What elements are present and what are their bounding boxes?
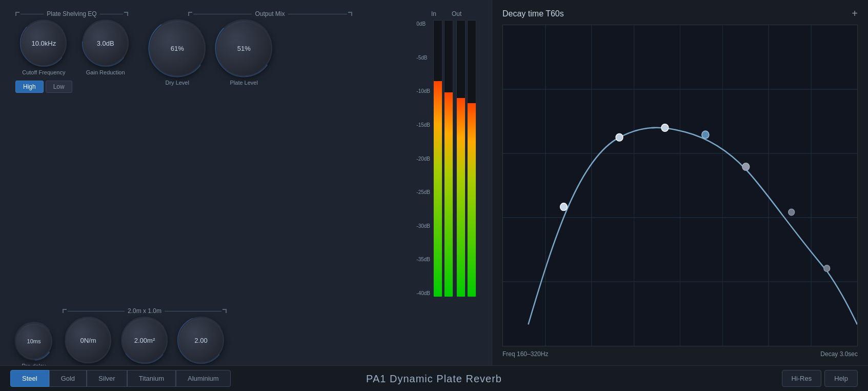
plate-params-knobs: 0N/m Plate Tension <box>65 317 224 365</box>
vu-labels: In Out <box>431 10 461 17</box>
tension-knob-bg: 0N/m <box>65 317 111 363</box>
shelving-knobs: 10.0kHz Cutoff Frequency High Low <box>15 20 129 93</box>
high-low-buttons: High Low <box>15 81 72 93</box>
predelay-value: 10ms <box>16 338 51 344</box>
gain-label: Gain Reduction <box>86 69 125 75</box>
vu-scale-35db: -35dB <box>416 257 430 262</box>
high-button[interactable]: High <box>15 81 44 93</box>
plate-level-knob-bg: 51% <box>216 20 272 76</box>
decay-graph[interactable] <box>502 25 858 346</box>
tension-knob[interactable]: 0N/m <box>65 317 111 363</box>
vu-in-fill-2 <box>445 92 453 297</box>
plate-level-container: 51% Plate Level <box>216 20 272 86</box>
predelay-container: 10ms Pre-delay <box>15 323 52 365</box>
decay-node-2[interactable] <box>661 124 669 132</box>
dry-knob-container: 61% Dry Level <box>149 20 206 86</box>
output-mix-knobs: 61% Dry Level 51% <box>149 20 272 86</box>
decay-footer: Freq 160–320Hz Decay 3.0sec <box>502 350 858 358</box>
shelving-header: Plate Shelving EQ <box>15 10 128 17</box>
gain-value: 3.0dB <box>84 40 128 47</box>
cutoff-value: 10.0kHz <box>22 40 66 47</box>
vu-out-bars <box>456 20 476 297</box>
vu-out-bar-2 <box>467 20 476 297</box>
plate-level-knob[interactable]: 51% <box>216 20 272 76</box>
gain-knob-bg: 3.0dB <box>83 20 129 66</box>
shelving-eq-section: Plate Shelving EQ <box>15 10 129 93</box>
plate-dims-section: 2.0m x 1.0m 0N/m <box>63 307 227 365</box>
cutoff-knob-bg: 10.0kHz <box>21 20 67 66</box>
decay-header: Decay time T60s + <box>502 8 858 19</box>
decay-value-label: Decay 3.0sec <box>820 350 858 358</box>
aspect-container: 2.00 Aspect Ratio <box>178 317 224 365</box>
gain-knob-container: 3.0dB Gain Reduction <box>83 20 129 75</box>
low-button[interactable]: Low <box>46 81 72 93</box>
vu-in-fill-1 <box>434 81 442 297</box>
aspect-value: 2.00 <box>179 337 223 344</box>
preset-aluminium-btn[interactable]: Aluminium <box>176 370 231 387</box>
predelay-knob-bg: 10ms <box>15 323 52 360</box>
vu-out-label: Out <box>452 10 461 17</box>
right-panel: Decay time T60s + <box>492 0 868 365</box>
dry-knob-bg: 61% <box>149 20 206 76</box>
aspect-knob-bg: 2.00 <box>178 317 224 363</box>
decay-node-4[interactable] <box>789 209 795 216</box>
dry-knob[interactable]: 61% <box>149 20 206 76</box>
shelving-eq-label: Plate Shelving EQ <box>44 10 99 17</box>
decay-node-left[interactable] <box>560 203 568 211</box>
gain-knob[interactable]: 3.0dB <box>83 20 129 66</box>
decay-curve-svg <box>503 25 857 346</box>
preset-steel-btn[interactable]: Steel <box>10 370 49 387</box>
plate-dims-label: 2.0m x 1.0m <box>125 307 165 315</box>
area-value: 2.00m² <box>123 337 167 344</box>
preset-gold-btn[interactable]: Gold <box>49 370 87 387</box>
vu-scale-10db: -10dB <box>416 88 430 94</box>
output-mix-header: Output Mix <box>188 10 352 17</box>
vu-out-bar-1 <box>456 20 466 297</box>
tension-value: 0N/m <box>66 337 110 344</box>
preset-buttons: Steel Gold Silver Titanium Aluminium <box>10 370 231 387</box>
dry-value: 61% <box>150 45 205 52</box>
vu-scale-0db: 0dB <box>416 21 430 27</box>
decay-node-active[interactable] <box>702 131 709 139</box>
decay-node-3[interactable] <box>742 163 750 171</box>
vu-scale-30db: -30dB <box>416 223 430 229</box>
decay-plus-icon[interactable]: + <box>852 8 858 19</box>
freq-label: Freq 160–320Hz <box>502 350 548 358</box>
app-title: PA1 Dynamic Plate Reverb <box>366 373 502 385</box>
decay-node-1[interactable] <box>616 133 623 141</box>
preset-titanium-btn[interactable]: Titanium <box>127 370 176 387</box>
output-mix-section: Output Mix <box>149 10 391 86</box>
area-container: 2.00m² Plate Area <box>122 317 168 365</box>
bottom-row: 10ms Pre-delay 2.0m x 1.0m <box>15 307 476 365</box>
dry-label: Dry Level <box>165 80 189 86</box>
predelay-knob[interactable]: 10ms <box>15 323 52 360</box>
plate-level-label: Plate Level <box>230 80 257 86</box>
vu-scale-25db: -25dB <box>416 189 430 195</box>
area-knob[interactable]: 2.00m² <box>122 317 168 363</box>
cutoff-knob[interactable]: 10.0kHz <box>21 20 67 66</box>
vu-in-bar-2 <box>444 20 453 297</box>
area-knob-bg: 2.00m² <box>122 317 168 363</box>
decay-title: Decay time T60s <box>502 9 564 18</box>
left-panel: Plate Shelving EQ <box>0 0 492 365</box>
tension-container: 0N/m Plate Tension <box>65 317 111 365</box>
vu-in-bar-1 <box>433 20 442 297</box>
preset-silver-btn[interactable]: Silver <box>87 370 127 387</box>
decay-node-5[interactable] <box>824 265 830 272</box>
cutoff-knob-container: 10.0kHz Cutoff Frequency High Low <box>15 20 72 93</box>
vu-display: 0dB -5dB -10dB -15dB -20dB -25dB -30dB -… <box>416 20 476 297</box>
utility-buttons: Hi-Res Help <box>782 370 858 387</box>
vu-scale-15db: -15dB <box>416 122 430 128</box>
help-button[interactable]: Help <box>824 370 858 387</box>
vu-in-bars <box>433 20 453 297</box>
vu-scale-20db: -20dB <box>416 156 430 162</box>
vu-in-label: In <box>431 10 436 17</box>
bottom-bar: Steel Gold Silver Titanium Aluminium PA1… <box>0 365 868 391</box>
hires-button[interactable]: Hi-Res <box>782 370 822 387</box>
aspect-knob[interactable]: 2.00 <box>178 317 224 363</box>
vu-scale-40db: -40dB <box>416 290 430 296</box>
vu-out-fill-1 <box>457 98 465 297</box>
vu-scale: 0dB -5dB -10dB -15dB -20dB -25dB -30dB -… <box>416 20 430 297</box>
output-mix-label: Output Mix <box>252 10 288 17</box>
cutoff-label: Cutoff Frequency <box>22 69 65 75</box>
